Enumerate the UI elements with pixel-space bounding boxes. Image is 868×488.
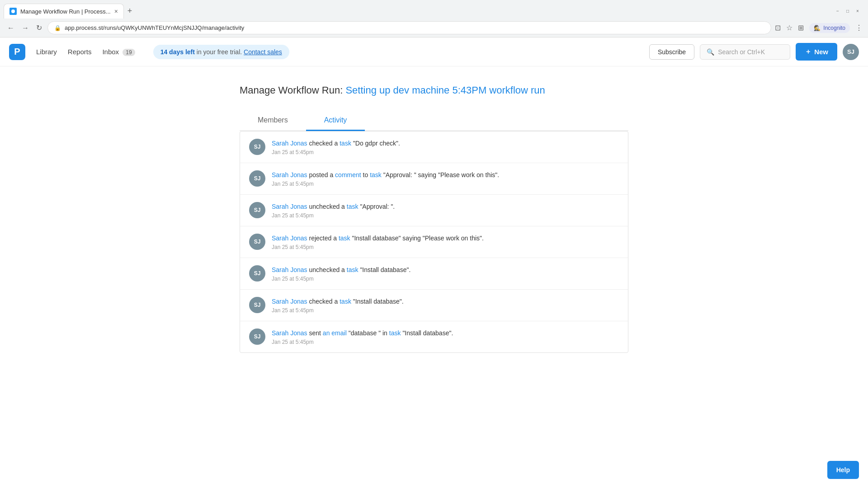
contact-sales-link[interactable]: Contact sales <box>244 48 282 56</box>
activity-user-link[interactable]: Sarah Jonas <box>272 266 307 273</box>
browser-chrome: Manage Workflow Run | Process... × + − □… <box>0 0 868 38</box>
activity-user-link[interactable]: Sarah Jonas <box>272 171 307 178</box>
activity-content: Sarah Jonas posted a comment to task "Ap… <box>272 170 619 187</box>
window-controls: − □ × <box>835 8 864 14</box>
bookmark-icon[interactable]: ☆ <box>786 23 793 32</box>
email-link[interactable]: an email <box>323 329 347 337</box>
tab-activity[interactable]: Activity <box>306 111 365 131</box>
activity-user-link[interactable]: Sarah Jonas <box>272 140 307 147</box>
menu-icon[interactable]: ⋮ <box>855 23 863 32</box>
activity-time: Jan 25 at 5:45pm <box>272 212 619 219</box>
subscribe-button[interactable]: Subscribe <box>649 44 694 60</box>
trial-days: 14 days left <box>160 48 195 56</box>
activity-item: SJ Sarah Jonas posted a comment to task … <box>240 163 628 195</box>
activity-user-link[interactable]: Sarah Jonas <box>272 203 307 210</box>
action2: "database " in <box>349 329 387 337</box>
task-link[interactable]: task <box>347 266 359 273</box>
tab-members[interactable]: Members <box>240 111 306 131</box>
lock-icon: 🔒 <box>54 25 61 31</box>
comment-link[interactable]: comment <box>335 171 361 178</box>
workflow-run-link[interactable]: Setting up dev machine 5:43PM workflow r… <box>345 84 545 96</box>
avatar: SJ <box>249 328 265 345</box>
extensions-icon[interactable]: ⊞ <box>798 23 804 32</box>
activity-item: SJ Sarah Jonas unchecked a task "Approva… <box>240 195 628 226</box>
app-logo[interactable]: P <box>9 44 25 60</box>
tab-title: Manage Workflow Run | Process... <box>20 8 111 15</box>
activity-content: Sarah Jonas unchecked a task "Approval: … <box>272 202 619 219</box>
activity-time: Jan 25 at 5:45pm <box>272 276 619 282</box>
address-bar-row: ← → ↻ 🔒 app.process.st/runs/uQWKyUNWhTEU… <box>0 19 868 37</box>
activity-content: Sarah Jonas checked a task "Install data… <box>272 297 619 314</box>
task-link[interactable]: task <box>370 171 382 178</box>
maximize-button[interactable]: □ <box>844 8 851 14</box>
task-link[interactable]: task <box>389 329 401 337</box>
url-text: app.process.st/runs/uQWKyUNWhTEUYnMcjSNJ… <box>65 24 764 31</box>
avatar: SJ <box>249 265 265 282</box>
avatar: SJ <box>249 202 265 218</box>
activity-text: Sarah Jonas sent an email "database " in… <box>272 328 619 338</box>
avatar: SJ <box>249 170 265 187</box>
trial-text: in your free trial. <box>197 48 242 56</box>
incognito-icon: 🕵 <box>814 25 821 31</box>
avatar: SJ <box>249 139 265 155</box>
activity-text: Sarah Jonas rejected a task "Install dat… <box>272 234 619 243</box>
back-button[interactable]: ← <box>5 22 16 34</box>
activity-text: Sarah Jonas unchecked a task "Approval: … <box>272 202 619 211</box>
activity-action: checked a <box>309 298 338 305</box>
activity-action: sent <box>309 329 321 337</box>
activity-action: unchecked a <box>309 203 345 210</box>
activity-text: Sarah Jonas checked a task "Install data… <box>272 297 619 306</box>
address-bar[interactable]: 🔒 app.process.st/runs/uQWKyUNWhTEUYnMcjS… <box>47 21 771 34</box>
user-avatar[interactable]: SJ <box>843 44 859 60</box>
task-link[interactable]: task <box>340 298 351 305</box>
main-nav: Library Reports Inbox 19 <box>36 48 135 56</box>
search-box[interactable]: 🔍 Search or Ctrl+K <box>700 44 790 60</box>
search-placeholder: Search or Ctrl+K <box>718 48 765 56</box>
page-title: Manage Workflow Run: Setting up dev mach… <box>240 84 628 96</box>
activity-item: SJ Sarah Jonas unchecked a task "Install… <box>240 258 628 290</box>
close-window-button[interactable]: × <box>854 8 861 14</box>
activity-action: rejected a <box>309 235 337 242</box>
app-header: P Library Reports Inbox 19 14 days left … <box>0 38 868 66</box>
activity-detail: "Install database". <box>402 329 453 337</box>
task-link[interactable]: task <box>340 140 351 147</box>
inbox-nav-link[interactable]: Inbox 19 <box>102 48 135 56</box>
inbox-badge: 19 <box>123 49 135 56</box>
incognito-label: Incognito <box>823 25 845 31</box>
activity-detail: "Install database". <box>360 266 410 273</box>
new-button[interactable]: ＋ New <box>796 43 837 61</box>
minimize-button[interactable]: − <box>835 8 841 14</box>
task-link[interactable]: task <box>347 203 359 210</box>
activity-list: SJ Sarah Jonas checked a task "Do gdpr c… <box>240 131 628 353</box>
new-tab-button[interactable]: + <box>125 4 135 19</box>
browser-actions: ⊡ ☆ ⊞ 🕵 Incognito ⋮ <box>775 23 863 33</box>
activity-item: SJ Sarah Jonas checked a task "Do gdpr c… <box>240 131 628 163</box>
activity-action: checked a <box>309 140 338 147</box>
activity-time: Jan 25 at 5:45pm <box>272 307 619 314</box>
activity-user-link[interactable]: Sarah Jonas <box>272 329 307 337</box>
incognito-badge: 🕵 Incognito <box>809 23 850 33</box>
activity-content: Sarah Jonas checked a task "Do gdpr chec… <box>272 139 619 155</box>
library-nav-link[interactable]: Library <box>36 48 57 56</box>
activity-item: SJ Sarah Jonas checked a task "Install d… <box>240 290 628 321</box>
activity-detail: "Install database" saying "Please work o… <box>352 235 483 242</box>
forward-button[interactable]: → <box>20 22 31 34</box>
task-link[interactable]: task <box>339 235 350 242</box>
activity-detail: "Do gdpr check". <box>353 140 400 147</box>
trial-banner: 14 days left in your free trial. Contact… <box>153 45 289 59</box>
activity-user-link[interactable]: Sarah Jonas <box>272 235 307 242</box>
tab-close-button[interactable]: × <box>114 8 118 15</box>
activity-item: SJ Sarah Jonas rejected a task "Install … <box>240 226 628 258</box>
activity-text: Sarah Jonas checked a task "Do gdpr chec… <box>272 139 619 148</box>
activity-user-link[interactable]: Sarah Jonas <box>272 298 307 305</box>
cast-icon[interactable]: ⊡ <box>775 23 781 32</box>
activity-content: Sarah Jonas rejected a task "Install dat… <box>272 234 619 250</box>
browser-tab[interactable]: Manage Workflow Run | Process... × <box>4 4 124 19</box>
search-icon: 🔍 <box>707 48 714 56</box>
reload-button[interactable]: ↻ <box>34 22 44 34</box>
activity-content: Sarah Jonas sent an email "database " in… <box>272 328 619 345</box>
activity-text: Sarah Jonas posted a comment to task "Ap… <box>272 170 619 180</box>
tabs-bar: Members Activity <box>240 111 628 131</box>
avatar: SJ <box>249 297 265 313</box>
reports-nav-link[interactable]: Reports <box>68 48 92 56</box>
